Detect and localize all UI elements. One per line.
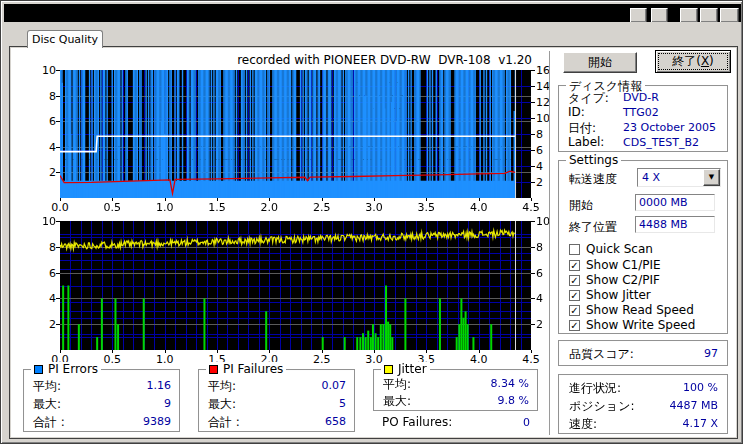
axis-tick-label: 2 bbox=[32, 166, 56, 179]
axis-tick-label: 4 bbox=[32, 292, 56, 305]
quality-score-value: 97 bbox=[704, 347, 718, 360]
speed-combobox[interactable]: 4 X ▼ bbox=[637, 168, 721, 187]
axis-tick-mark bbox=[479, 198, 480, 201]
disc-id-value: TTG02 bbox=[623, 106, 659, 119]
chevron-down-icon[interactable]: ▼ bbox=[703, 169, 720, 186]
axis-tick-mark bbox=[269, 350, 270, 353]
pi-errors-title: PI Errors bbox=[31, 362, 101, 376]
show-c1pie-checkbox[interactable]: ✓ bbox=[569, 260, 580, 271]
axis-tick-label: 2 bbox=[32, 318, 56, 331]
pi-errors-total-value: 9389 bbox=[143, 415, 171, 428]
start-pos-field[interactable]: 0000 MB bbox=[635, 194, 715, 211]
progress-value: 100 % bbox=[683, 381, 718, 394]
page-panel: recorded with PIONEER DVD-RW DVR-108 v1.… bbox=[9, 46, 738, 439]
axis-tick-mark bbox=[112, 350, 113, 353]
axis-tick-mark bbox=[56, 298, 60, 299]
start-button[interactable]: 開始 bbox=[563, 52, 637, 73]
quality-score-box: 品質スコア: 97 bbox=[558, 340, 728, 366]
show-read-speed-label: Show Read Speed bbox=[586, 303, 694, 317]
pi-failures-swatch-icon bbox=[209, 365, 218, 374]
pi-failures-group: PI Failures 平均: 0.07 最大: 5 合計 : 658 bbox=[198, 369, 355, 432]
axis-tick-mark bbox=[56, 96, 60, 97]
quality-score-label: 品質スコア: bbox=[569, 346, 634, 363]
pi-errors-avg-value: 1.16 bbox=[147, 379, 172, 392]
axis-tick-label: 1.0 bbox=[150, 353, 180, 366]
axis-tick-mark bbox=[479, 350, 480, 353]
axis-tick-mark bbox=[269, 198, 270, 201]
axis-tick-label: 2.0 bbox=[254, 201, 284, 214]
axis-tick-mark bbox=[217, 198, 218, 201]
show-c2pif-checkbox[interactable]: ✓ bbox=[569, 275, 580, 286]
axis-tick-mark bbox=[374, 198, 375, 201]
axis-tick-label: 0.5 bbox=[97, 201, 127, 214]
recorded-note: recorded with PIONEER DVD-RW DVR-108 v1.… bbox=[190, 53, 532, 67]
quick-scan-label: Quick Scan bbox=[586, 242, 653, 256]
jitter-swatch-icon bbox=[384, 365, 393, 374]
axis-tick-mark bbox=[531, 182, 535, 183]
show-write-speed-label: Show Write Speed bbox=[586, 318, 695, 332]
axis-tick-label: 8 bbox=[32, 90, 56, 103]
quick-scan-checkbox[interactable] bbox=[569, 244, 580, 255]
show-write-speed-checkbox[interactable]: ✓ bbox=[569, 320, 580, 331]
disc-id-label: ID: bbox=[568, 105, 585, 119]
settings-group: Settings 転送速度 4 X ▼ 開始 0000 MB 終了位置 4488… bbox=[558, 160, 728, 334]
axis-tick-mark bbox=[56, 247, 60, 248]
disc-info-group: ディスク情報 タイプ: DVD-R ID: TTG02 日付: 23 Octob… bbox=[558, 85, 728, 152]
close-button[interactable] bbox=[720, 8, 739, 23]
axis-tick-label: 8 bbox=[536, 128, 558, 141]
axis-tick-label: 3.0 bbox=[359, 201, 389, 214]
show-jitter-checkbox[interactable]: ✓ bbox=[569, 290, 580, 301]
axis-tick-label: 2 bbox=[536, 318, 558, 331]
pi-failures-max-value: 5 bbox=[339, 397, 346, 410]
titlebar[interactable]: CD Speed : Disc Quality Test - BENQ DVD … bbox=[4, 4, 741, 22]
axis-tick-mark bbox=[531, 118, 535, 119]
disc-date-value: 23 October 2005 bbox=[623, 121, 716, 134]
axis-tick-label: 12 bbox=[536, 96, 558, 109]
jitter-avg-label: 平均: bbox=[383, 376, 411, 393]
axis-tick-label: 4 bbox=[536, 160, 558, 173]
exit-button[interactable]: 終了(X) bbox=[655, 50, 731, 73]
pi-failures-total-label: 合計 : bbox=[208, 414, 240, 431]
tab-strip: Disc Quality bbox=[4, 22, 741, 47]
pi-errors-avg-label: 平均: bbox=[33, 378, 61, 395]
jitter-title: Jitter bbox=[381, 362, 430, 376]
axis-tick-label: 8 bbox=[32, 241, 56, 254]
axis-tick-mark bbox=[531, 350, 532, 353]
axis-tick-label: 10 bbox=[536, 215, 558, 228]
settings-title: Settings bbox=[566, 153, 621, 167]
pi-errors-group: PI Errors 平均: 1.16 最大: 9 合計 : 9389 bbox=[23, 369, 180, 432]
start-pos-label: 開始 bbox=[569, 197, 593, 214]
jitter-group: Jitter 平均: 8.34 % 最大: 9.8 % bbox=[373, 369, 538, 411]
axis-tick-mark bbox=[322, 198, 323, 201]
axis-tick-mark bbox=[531, 150, 535, 151]
axis-tick-label: 6 bbox=[536, 267, 558, 280]
end-pos-field[interactable]: 4488 MB bbox=[635, 216, 715, 233]
tab-disc-quality[interactable]: Disc Quality bbox=[27, 30, 103, 48]
axis-tick-label: 14 bbox=[536, 80, 558, 93]
axis-tick-label: 4.0 bbox=[464, 353, 494, 366]
axis-tick-mark bbox=[531, 247, 535, 248]
axis-tick-label: 0.5 bbox=[97, 353, 127, 366]
vertical-separator bbox=[549, 51, 550, 435]
pi-failures-max-label: 最大: bbox=[208, 396, 236, 413]
axis-tick-mark bbox=[60, 350, 61, 353]
pi-failures-total-value: 658 bbox=[325, 415, 346, 428]
axis-tick-label: 0.0 bbox=[45, 201, 75, 214]
jitter-max-label: 最大: bbox=[383, 393, 411, 410]
axis-tick-label: 6 bbox=[32, 267, 56, 280]
axis-tick-label: 1.0 bbox=[150, 201, 180, 214]
axis-tick-label: 2 bbox=[536, 176, 558, 189]
pi-failures-avg-label: 平均: bbox=[208, 378, 236, 395]
pi-errors-max-value: 9 bbox=[164, 397, 171, 410]
axis-tick-mark bbox=[56, 172, 60, 173]
pi-errors-total-label: 合計 : bbox=[33, 414, 65, 431]
show-read-speed-checkbox[interactable]: ✓ bbox=[569, 305, 580, 316]
axis-tick-mark bbox=[531, 70, 535, 71]
progress-label: 進行状況: bbox=[569, 380, 621, 397]
maximize-button[interactable] bbox=[700, 8, 718, 23]
axis-tick-mark bbox=[531, 102, 535, 103]
save-button[interactable] bbox=[651, 8, 668, 23]
report-button[interactable] bbox=[630, 8, 647, 23]
minimize-button[interactable] bbox=[680, 8, 698, 23]
speed-now-value: 4.17 X bbox=[682, 417, 718, 430]
